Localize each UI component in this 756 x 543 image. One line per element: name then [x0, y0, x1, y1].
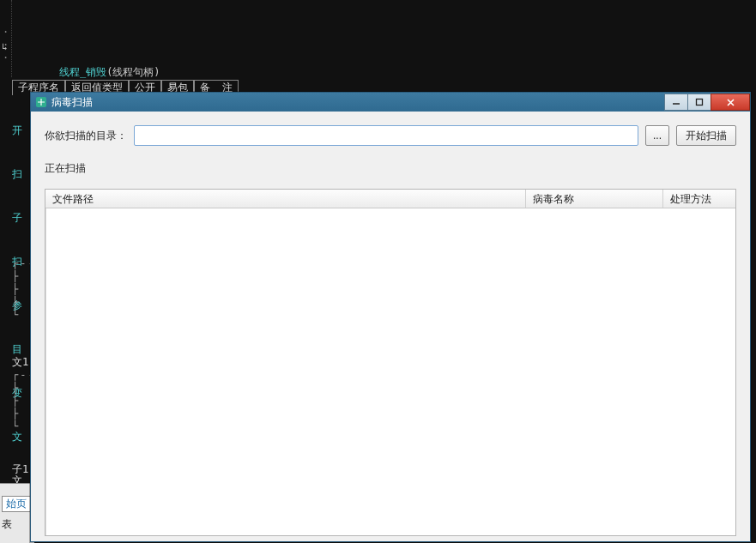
column-virusname[interactable]: 病毒名称 — [526, 190, 663, 208]
virus-scan-dialog: 病毒扫描 你欲扫描的目录： ... 开始扫描 正在扫描 文件路径 病毒名称 处理… — [30, 92, 751, 542]
dialog-title: 病毒扫描 — [51, 95, 93, 110]
directory-input[interactable] — [134, 125, 638, 146]
column-filepath[interactable]: 文件路径 — [45, 190, 526, 208]
maximize-button[interactable] — [687, 94, 711, 111]
code-token: (线程句柄) — [106, 66, 160, 78]
code-gutter: ··· — [0, 0, 12, 77]
minimize-button[interactable] — [664, 94, 688, 111]
bottom-tab[interactable]: 始页 — [2, 496, 31, 512]
dialog-titlebar[interactable]: 病毒扫描 — [31, 93, 750, 112]
code-token: 线程_销毁 — [59, 66, 106, 78]
app-icon — [34, 95, 48, 109]
directory-row: 你欲扫描的目录： ... 开始扫描 — [45, 124, 736, 148]
results-table[interactable]: 文件路径 病毒名称 处理方法 — [45, 189, 736, 536]
left-label: 文1 — [12, 356, 28, 369]
left-label: 子1 — [12, 463, 28, 476]
start-scan-button[interactable]: 开始扫描 — [676, 125, 736, 146]
table-header: 文件路径 病毒名称 处理方法 — [45, 190, 735, 208]
bottom-panel — [0, 483, 34, 543]
directory-label: 你欲扫描的目录： — [45, 129, 127, 143]
arrow-icon: ↳ — [2, 40, 8, 53]
window-buttons — [665, 94, 750, 111]
browse-button[interactable]: ... — [645, 125, 669, 146]
scan-status: 正在扫描 — [45, 161, 736, 177]
close-button[interactable] — [711, 94, 750, 111]
bottom-label: 表 — [2, 518, 12, 531]
dialog-body: 你欲扫描的目录： ... 开始扫描 正在扫描 文件路径 病毒名称 处理方法 — [31, 112, 750, 541]
column-action[interactable]: 处理方法 — [663, 190, 735, 208]
svg-rect-2 — [697, 100, 703, 106]
